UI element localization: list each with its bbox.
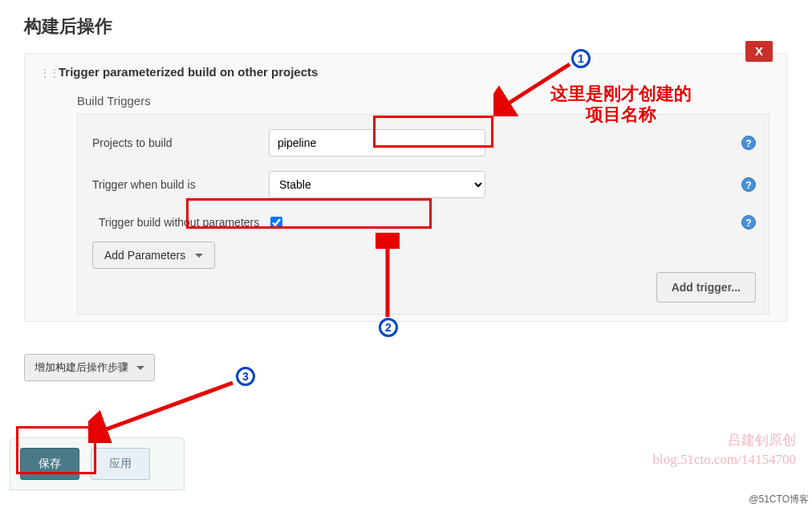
projects-to-build-input[interactable] bbox=[269, 129, 485, 156]
watermark-author: 吕建钊原创 blog.51cto.com/14154700 bbox=[653, 431, 796, 469]
arrow-3 bbox=[88, 379, 241, 443]
save-button[interactable]: 保存 bbox=[20, 448, 79, 480]
help-icon[interactable]: ? bbox=[741, 136, 756, 150]
add-post-build-step-button[interactable]: 增加构建后操作步骤 bbox=[24, 354, 155, 381]
add-parameters-button[interactable]: Add Parameters bbox=[92, 242, 215, 269]
row-trigger-no-params: Trigger build without parameters ? bbox=[92, 213, 754, 232]
trigger-config-box: Projects to build ? Trigger when build i… bbox=[77, 114, 769, 315]
badge-3: 3 bbox=[236, 367, 255, 386]
help-icon[interactable]: ? bbox=[741, 215, 756, 230]
add-step-label: 增加构建后操作步骤 bbox=[35, 360, 128, 375]
grip-icon[interactable] bbox=[39, 67, 51, 78]
block-header: Trigger parameterized build on other pro… bbox=[25, 54, 787, 90]
post-build-block: X Trigger parameterized build on other p… bbox=[24, 53, 788, 322]
projects-to-build-label: Projects to build bbox=[92, 136, 269, 149]
add-trigger-button[interactable]: Add trigger... bbox=[656, 272, 756, 303]
add-parameters-label: Add Parameters bbox=[104, 249, 185, 262]
apply-button[interactable]: 应用 bbox=[91, 448, 150, 480]
row-trigger-when: Trigger when build is Stable ? bbox=[92, 171, 754, 198]
watermark-corner: @51CTO博客 bbox=[749, 493, 809, 506]
trigger-when-label: Trigger when build is bbox=[92, 178, 269, 191]
build-triggers-label: Build Triggers bbox=[77, 94, 769, 108]
section-title: 构建后操作 bbox=[0, 0, 812, 47]
trigger-no-params-checkbox[interactable] bbox=[270, 217, 282, 229]
caret-down-icon bbox=[195, 254, 203, 258]
caret-down-icon bbox=[136, 366, 144, 370]
svg-line-2 bbox=[99, 383, 233, 432]
trigger-when-select[interactable]: Stable bbox=[269, 171, 485, 198]
help-icon[interactable]: ? bbox=[741, 177, 756, 192]
footer-bar: 保存 应用 bbox=[10, 437, 185, 490]
trigger-no-params-label: Trigger build without parameters bbox=[99, 216, 259, 229]
block-title: Trigger parameterized build on other pro… bbox=[59, 65, 318, 79]
row-projects-to-build: Projects to build ? bbox=[92, 129, 754, 156]
